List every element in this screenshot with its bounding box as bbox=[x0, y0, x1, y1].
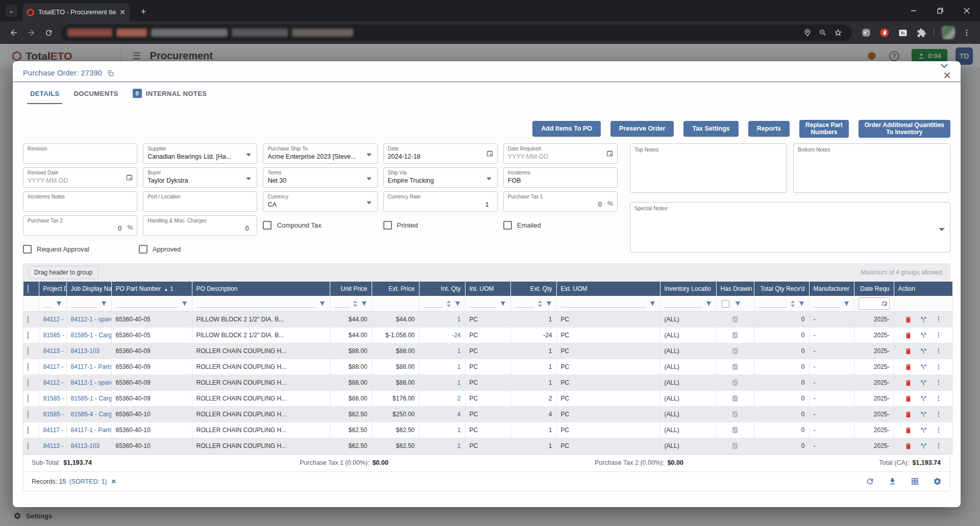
delete-row-button[interactable] bbox=[904, 332, 912, 339]
filter-date-input[interactable] bbox=[859, 297, 890, 310]
dropdown-caret-icon[interactable] bbox=[366, 202, 372, 204]
restore-button[interactable] bbox=[927, 0, 953, 21]
field-purchase-tax-2[interactable]: Purchase Tax 20% bbox=[23, 215, 137, 236]
filter-input[interactable] bbox=[515, 299, 534, 308]
project-link[interactable]: 84117 - bbox=[43, 363, 64, 370]
filter-cell-int-uom[interactable] bbox=[465, 296, 510, 312]
filter-cell-inventory-locatio[interactable] bbox=[660, 296, 716, 312]
dropdown-caret-icon[interactable] bbox=[246, 178, 251, 180]
zoom-icon[interactable] bbox=[815, 25, 830, 40]
filter-cell-ext-qty[interactable] bbox=[510, 296, 556, 312]
filter-cell-total-qty-recv-d[interactable] bbox=[754, 296, 809, 312]
column-header-date-requ[interactable]: Date Requ bbox=[854, 282, 894, 296]
split-row-button[interactable] bbox=[920, 347, 927, 355]
filter-input[interactable] bbox=[470, 299, 496, 308]
preserve-order-button[interactable]: Preserve Order bbox=[610, 121, 674, 137]
extensions-puzzle-icon[interactable] bbox=[913, 24, 929, 41]
delete-row-button[interactable] bbox=[904, 427, 912, 434]
replace-part-numbers-button[interactable]: Replace Part Numbers bbox=[799, 120, 849, 138]
row-menu-button[interactable] bbox=[935, 363, 942, 370]
job-link[interactable]: 84117-1 - Parts bbox=[71, 427, 112, 434]
bookmark-star-icon[interactable] bbox=[830, 25, 846, 40]
checkbox-printed[interactable]: Printed bbox=[383, 215, 498, 236]
split-row-button[interactable] bbox=[920, 427, 927, 434]
filter-spinner[interactable] bbox=[538, 300, 542, 307]
job-link[interactable]: 81585-1 - Cargo bbox=[71, 332, 112, 339]
filter-cell-manufacturer[interactable] bbox=[809, 296, 854, 312]
row-checkbox[interactable] bbox=[28, 347, 29, 355]
filter-input[interactable] bbox=[424, 299, 443, 308]
filter-input[interactable] bbox=[334, 299, 350, 308]
project-link[interactable]: 84117 - bbox=[43, 427, 64, 434]
row-menu-button[interactable] bbox=[935, 316, 942, 323]
chevron-down-icon[interactable] bbox=[940, 63, 948, 68]
row-checkbox[interactable] bbox=[28, 442, 29, 450]
delete-row-button[interactable] bbox=[904, 411, 912, 418]
project-link[interactable]: 84112 - bbox=[43, 316, 64, 323]
row-checkbox[interactable] bbox=[28, 379, 29, 387]
field-currency-rate[interactable]: Currency Rate1 bbox=[383, 191, 498, 212]
filter-funnel-icon[interactable] bbox=[101, 300, 107, 307]
intQty-link[interactable]: 1 bbox=[457, 363, 461, 370]
project-link[interactable]: 81585 - bbox=[43, 395, 64, 402]
filter-funnel-icon[interactable] bbox=[319, 300, 326, 307]
delete-row-button[interactable] bbox=[904, 379, 912, 387]
profile-avatar[interactable] bbox=[940, 24, 957, 41]
split-row-button[interactable] bbox=[920, 395, 927, 403]
filter-cell-ext-uom[interactable] bbox=[556, 296, 660, 312]
row-checkbox[interactable] bbox=[28, 315, 29, 323]
filter-spinner[interactable] bbox=[447, 300, 451, 307]
field-supplier[interactable]: SupplierCanadian Bearings Ltd. [Ha... bbox=[143, 143, 257, 164]
filter-cell-int-qty[interactable] bbox=[419, 296, 465, 312]
field-incoterms-notes[interactable]: Incoterms Notes bbox=[23, 191, 137, 212]
dialog-close-button[interactable]: ✕ bbox=[943, 70, 951, 81]
tab-close-icon[interactable]: ✕ bbox=[119, 8, 126, 16]
project-link[interactable]: 81585 - bbox=[43, 411, 64, 418]
split-row-button[interactable] bbox=[920, 411, 927, 418]
column-header-po-part-number[interactable]: PO Part Number▲1 bbox=[111, 282, 192, 296]
row-menu-button[interactable] bbox=[935, 442, 942, 449]
top-notes-field[interactable]: Top Notes bbox=[630, 143, 787, 193]
field-buyer[interactable]: BuyerTaylor Dykstra bbox=[143, 167, 257, 188]
calendar-icon[interactable] bbox=[486, 149, 494, 157]
filter-cell-po-description[interactable] bbox=[192, 296, 330, 312]
row-menu-button[interactable] bbox=[935, 395, 942, 402]
filter-cell-job-display-name[interactable] bbox=[66, 296, 111, 312]
field-date-required[interactable]: Date RequiredYYYY-MM-DD bbox=[503, 143, 618, 164]
field-purchase-tax-1[interactable]: Purchase Tax 10% bbox=[503, 191, 618, 212]
field-handling-misc-charges[interactable]: Handling & Misc. Charges0 bbox=[143, 215, 257, 236]
split-row-button[interactable] bbox=[920, 316, 927, 323]
project-link[interactable]: 84113 - bbox=[43, 347, 64, 355]
browser-menu-icon[interactable] bbox=[959, 24, 975, 41]
row-checkbox[interactable] bbox=[28, 394, 29, 403]
calendar-icon[interactable] bbox=[126, 173, 133, 181]
field-revised-date[interactable]: Revised DateYYYY-MM-DD bbox=[23, 167, 137, 188]
dropdown-caret-icon[interactable] bbox=[366, 154, 372, 156]
copy-icon[interactable] bbox=[107, 69, 114, 77]
checkbox-emailed[interactable]: Emailed bbox=[503, 215, 618, 236]
filter-funnel-icon[interactable] bbox=[705, 300, 712, 307]
column-header-job-display-name[interactable]: Job Display Name bbox=[66, 282, 111, 296]
job-link[interactable]: 84113-103 bbox=[71, 442, 100, 449]
reload-button[interactable] bbox=[40, 24, 57, 41]
row-checkbox[interactable] bbox=[28, 331, 29, 339]
dropdown-caret-icon[interactable] bbox=[366, 178, 372, 180]
forward-button[interactable] bbox=[22, 24, 40, 41]
filter-funnel-icon[interactable] bbox=[454, 300, 461, 307]
field-ship-via[interactable]: Ship ViaEmpire Trucking bbox=[383, 167, 498, 188]
filter-input[interactable] bbox=[71, 299, 97, 308]
filter-funnel-icon[interactable] bbox=[798, 300, 805, 307]
split-row-button[interactable] bbox=[920, 332, 927, 339]
column-header-ext-qty[interactable]: Ext. Qty bbox=[510, 282, 556, 296]
tab-search-button[interactable]: ⌄ bbox=[5, 5, 17, 17]
photos-extension-icon[interactable] bbox=[895, 24, 911, 41]
filter-funnel-icon[interactable] bbox=[649, 300, 656, 307]
filter-input[interactable] bbox=[665, 299, 702, 308]
intQty-link[interactable]: 1 bbox=[457, 316, 461, 323]
field-port-location[interactable]: Port / Location bbox=[143, 191, 257, 212]
column-chooser-button[interactable] bbox=[911, 477, 919, 486]
field-date[interactable]: Date2024-12-18 bbox=[383, 143, 498, 164]
tab-documents[interactable]: DOCUMENTS bbox=[66, 83, 125, 104]
new-tab-button[interactable]: + bbox=[137, 5, 150, 18]
column-header-manufacturer[interactable]: Manufacturer bbox=[809, 282, 854, 296]
